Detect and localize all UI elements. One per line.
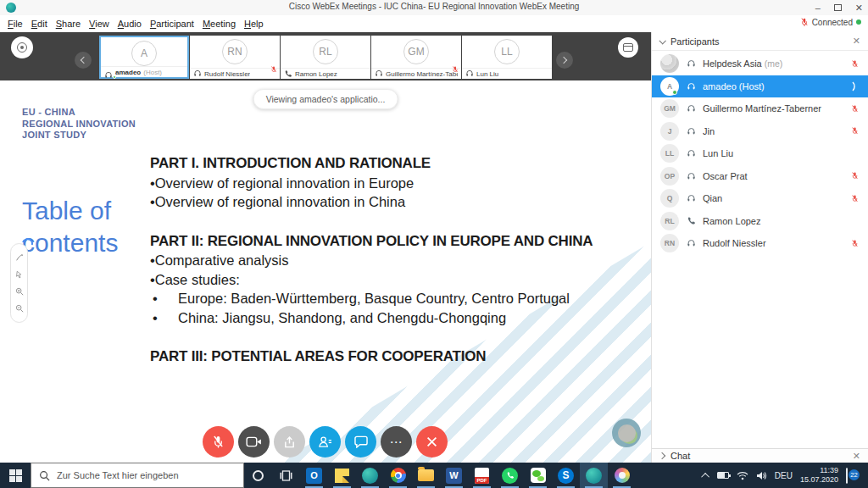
taskbar-file-explorer[interactable]: [412, 463, 440, 488]
video-tile-rudolf[interactable]: RN Rudolf Niessler: [190, 36, 280, 79]
taskbar-pdf-viewer[interactable]: PDF: [468, 463, 496, 488]
chevron-right-icon: [659, 452, 665, 459]
muted-mic-icon[interactable]: [849, 59, 860, 69]
participant-row-rudolf[interactable]: RN Rudolf Niessler: [652, 232, 868, 255]
participant-row-guillermo[interactable]: GM Guillermo Martínez-Taberner: [652, 97, 868, 120]
wechat-icon: [531, 468, 546, 483]
participants-icon: [318, 435, 332, 448]
sticky-note-icon: [335, 469, 349, 483]
unmute-button[interactable]: [203, 426, 234, 458]
taskbar-sticky-notes[interactable]: [328, 463, 356, 488]
taskbar-word[interactable]: W: [440, 463, 468, 488]
filmstrip-prev-button[interactable]: [75, 52, 92, 69]
taskbar-skype[interactable]: S: [552, 463, 580, 488]
participants-header[interactable]: Participants ✕: [652, 32, 868, 51]
taskbar-webex[interactable]: [356, 463, 384, 488]
outlook-icon: O: [306, 468, 322, 484]
keyboard-language[interactable]: DEU: [775, 471, 793, 480]
participant-row-oscar[interactable]: OP Oscar Prat: [652, 165, 868, 188]
slide-brand-block: EU - CHINA REGIONAL INNOVATION JOINT STU…: [22, 107, 136, 141]
muted-mic-icon[interactable]: [849, 171, 860, 180]
battery-icon[interactable]: [717, 472, 729, 479]
taskbar-chrome[interactable]: [384, 463, 412, 488]
muted-mic-icon[interactable]: [849, 126, 860, 136]
zoom-in-icon[interactable]: [15, 287, 24, 296]
zoom-out-icon[interactable]: [15, 304, 24, 313]
annotate-pen-icon[interactable]: [15, 253, 24, 262]
more-options-button[interactable]: ⋯: [381, 426, 412, 458]
taskbar-whatsapp[interactable]: [496, 463, 524, 488]
participant-row-ramon[interactable]: RL Ramon Lopez: [652, 210, 868, 233]
start-button[interactable]: [0, 463, 31, 488]
minimize-button[interactable]: –: [815, 2, 821, 14]
menu-audio[interactable]: Audio: [114, 17, 146, 30]
muted-mic-icon: [452, 62, 459, 77]
menu-edit[interactable]: Edit: [27, 17, 52, 30]
close-x-icon: [426, 436, 437, 447]
search-icon: [39, 470, 50, 481]
taskbar-webex-meeting-active[interactable]: [580, 463, 608, 488]
avatar: A: [660, 77, 679, 96]
taskbar-outlook[interactable]: O: [300, 463, 328, 488]
muted-mic-icon[interactable]: [849, 104, 860, 114]
restore-button[interactable]: [834, 4, 842, 11]
close-participants-button[interactable]: ✕: [853, 36, 860, 47]
headset-icon: [686, 58, 696, 69]
share-content-button[interactable]: [274, 426, 305, 458]
part2-bullet: •Comparative analysis: [150, 251, 646, 270]
video-tile-amadeo[interactable]: A amadeo (Host): [99, 36, 189, 79]
taskbar-paint3d[interactable]: [608, 463, 636, 488]
layout-grid-icon: [623, 43, 633, 52]
taskbar-search[interactable]: [31, 463, 244, 488]
wifi-icon[interactable]: [737, 471, 748, 480]
audio-connection-button[interactable]: [11, 36, 33, 58]
chat-button[interactable]: [345, 426, 376, 458]
participant-row-jin[interactable]: J Jin: [652, 120, 868, 143]
close-button[interactable]: ✕: [855, 2, 863, 14]
pointer-icon[interactable]: [15, 270, 23, 279]
chat-panel-header[interactable]: Chat ✕: [652, 448, 868, 463]
chat-bubble-icon: [354, 435, 368, 448]
menu-participant[interactable]: Participant: [146, 17, 198, 30]
muted-mic-icon: [212, 435, 225, 449]
part1-bullet: •Overview of regional innovation in Euro…: [150, 174, 646, 193]
volume-icon[interactable]: [756, 471, 767, 480]
video-tile-lun[interactable]: LL Lun Liu: [462, 36, 552, 79]
menu-share[interactable]: Share: [52, 17, 85, 30]
avatar: RL: [660, 212, 679, 230]
close-chat-button[interactable]: ✕: [853, 451, 860, 462]
muted-mic-icon[interactable]: [849, 194, 860, 203]
participant-row-lun[interactable]: LL Lun Liu: [652, 142, 868, 165]
word-icon: W: [446, 468, 462, 484]
search-input[interactable]: [57, 470, 226, 480]
cortana-icon: [253, 470, 264, 481]
participants-button[interactable]: [309, 426, 341, 458]
annotation-toolbar: [10, 243, 28, 323]
video-tile-ramon[interactable]: RL Ramon Lopez: [281, 36, 370, 79]
action-center-button[interactable]: 22: [846, 469, 861, 482]
menu-meeting[interactable]: Meeting: [198, 17, 240, 30]
slide-heading: Table of contents: [22, 195, 158, 259]
avatar: Q: [660, 189, 679, 208]
task-view-button[interactable]: [272, 463, 300, 488]
cortana-button[interactable]: [244, 463, 272, 488]
filmstrip-next-button[interactable]: [556, 52, 573, 69]
system-tray: DEU 11:39 15.07.2020 22: [704, 466, 868, 485]
muted-mic-icon[interactable]: [849, 239, 860, 248]
online-status-icon: [672, 90, 677, 95]
participant-row-qian[interactable]: Q Qian: [652, 187, 868, 210]
menu-help[interactable]: Help: [240, 17, 268, 30]
globe-avatar: [660, 54, 679, 73]
leave-meeting-button[interactable]: [416, 426, 448, 458]
video-tile-guillermo[interactable]: GM Guillermo Martínez-Taber...: [371, 36, 461, 79]
participant-row-helpdesk[interactable]: Helpdesk Asia (me): [652, 53, 868, 75]
chevron-down-icon: [659, 37, 665, 44]
participant-row-amadeo[interactable]: A amadeo (Host): [652, 75, 868, 98]
layout-button[interactable]: [618, 37, 638, 58]
hidden-icons-chevron[interactable]: [701, 472, 709, 480]
camera-button[interactable]: [238, 426, 270, 458]
menu-file[interactable]: File: [3, 17, 27, 30]
taskbar-wechat[interactable]: [524, 463, 552, 488]
clock[interactable]: 11:39 15.07.2020: [800, 466, 838, 485]
menu-view[interactable]: View: [85, 17, 114, 30]
